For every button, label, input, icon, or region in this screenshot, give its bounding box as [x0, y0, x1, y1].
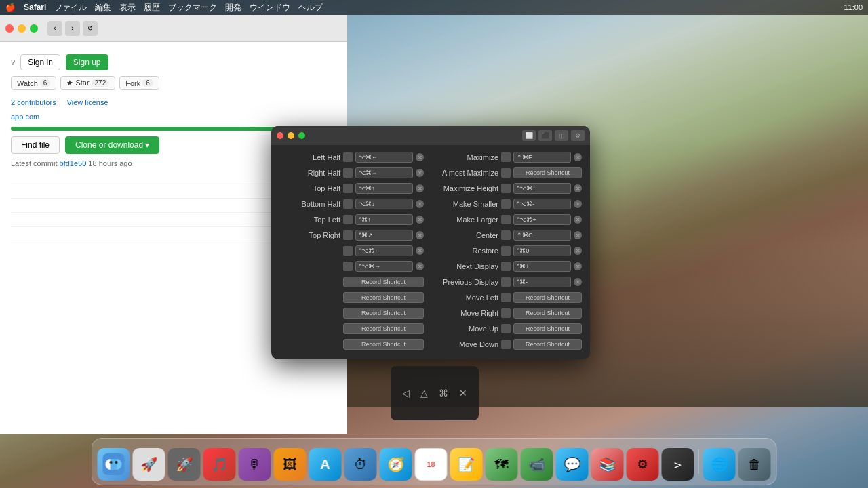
menu-window[interactable]: ウインドウ — [250, 2, 290, 14]
icon-move-right[interactable] — [501, 308, 511, 318]
icon-maximize[interactable] — [501, 152, 511, 162]
field-top-right[interactable]: ^⌘↗ — [355, 230, 413, 241]
record-button-3[interactable]: Record Shortcut — [343, 308, 424, 319]
x-center[interactable]: ✕ — [574, 231, 582, 239]
field-left-half[interactable]: ⌥⌘← — [355, 152, 413, 163]
icon-top-right[interactable] — [343, 230, 353, 240]
icon-max-height[interactable] — [501, 184, 511, 193]
watch-button[interactable]: Watch 6 — [11, 76, 56, 90]
icon-restore[interactable] — [501, 246, 511, 256]
record-move-left[interactable]: Record Shortcut — [513, 292, 582, 303]
icon-bottom-half[interactable] — [343, 199, 353, 209]
widget-x-icon[interactable]: ✕ — [459, 388, 467, 399]
dock-reminders[interactable]: ⚙ — [627, 448, 659, 481]
record-move-up[interactable]: Record Shortcut — [513, 323, 582, 334]
record-move-right[interactable]: Record Shortcut — [513, 308, 582, 319]
icon-top-half[interactable] — [343, 184, 353, 193]
x-max-height[interactable]: ✕ — [574, 184, 582, 192]
field-center[interactable]: ⌃⌘C — [513, 230, 571, 241]
sign-up-button[interactable]: Sign up — [66, 54, 108, 70]
record-move-down[interactable]: Record Shortcut — [513, 339, 582, 350]
x-row7[interactable]: ✕ — [416, 247, 424, 255]
x-previous-display[interactable]: ✕ — [574, 278, 582, 286]
contributors-link[interactable]: 2 contributors — [11, 98, 56, 106]
record-button-1[interactable]: Record Shortcut — [343, 277, 424, 287]
dock-facetime[interactable]: 📹 — [521, 448, 553, 481]
field-max-height[interactable]: ^⌥⌘↑ — [513, 183, 571, 194]
dock-notes[interactable]: 📝 — [450, 448, 483, 481]
x-top-half[interactable]: ✕ — [416, 184, 424, 192]
find-file-button[interactable]: Find file — [11, 136, 60, 154]
icon-move-up[interactable] — [501, 324, 511, 333]
moom-icon-1[interactable]: ⬜ — [522, 130, 536, 141]
menu-edit[interactable]: 編集 — [95, 2, 111, 14]
icon-next-display[interactable] — [501, 262, 511, 271]
x-left-half[interactable]: ✕ — [416, 153, 424, 161]
minimize-button[interactable] — [18, 24, 26, 33]
record-button-2[interactable]: Record Shortcut — [343, 292, 424, 303]
dock-podcasts[interactable]: 🎙 — [239, 448, 271, 481]
menu-help[interactable]: ヘルプ — [298, 2, 323, 14]
moom-close-button[interactable] — [277, 132, 283, 139]
record-almost-maximize[interactable]: Record Shortcut — [513, 167, 582, 178]
moom-fullscreen-button[interactable] — [298, 132, 305, 139]
icon-right-half[interactable] — [343, 168, 353, 178]
record-button-5[interactable]: Record Shortcut — [343, 339, 424, 350]
x-right-half[interactable]: ✕ — [416, 169, 424, 177]
x-next-display[interactable]: ✕ — [574, 262, 582, 270]
apple-menu[interactable]: 🍎 — [5, 3, 16, 12]
x-top-left[interactable]: ✕ — [416, 216, 424, 224]
icon-move-down[interactable] — [501, 340, 511, 349]
field-top-half[interactable]: ⌥⌘↑ — [355, 183, 413, 194]
icon-row8[interactable] — [343, 262, 353, 271]
field-top-left[interactable]: ^⌘↑ — [355, 214, 413, 225]
commit-hash[interactable]: bfd1e50 — [60, 159, 87, 167]
dock-rocket[interactable]: 🚀 — [168, 448, 201, 481]
x-row8[interactable]: ✕ — [416, 262, 424, 270]
dock-unknown[interactable]: 🗑 — [738, 448, 771, 481]
field-row7[interactable]: ^⌥⌘← — [355, 245, 413, 256]
x-bottom-half[interactable]: ✕ — [416, 200, 424, 208]
icon-row7[interactable] — [343, 246, 353, 256]
menu-file[interactable]: ファイル — [54, 2, 87, 14]
field-restore[interactable]: ^⌘0 — [513, 245, 571, 256]
clone-button[interactable]: Clone or download ▾ — [65, 136, 159, 154]
field-right-half[interactable]: ⌥⌘→ — [355, 167, 413, 178]
icon-top-left[interactable] — [343, 215, 353, 224]
dock-screentime[interactable]: ⏱ — [344, 448, 377, 481]
field-row8[interactable]: ^⌥⌘→ — [355, 261, 413, 272]
dock-maps[interactable]: 🗺 — [486, 448, 518, 481]
app-menu-safari[interactable]: Safari — [24, 3, 46, 12]
fullscreen-button[interactable] — [30, 24, 38, 33]
menu-develop[interactable]: 開発 — [225, 2, 241, 14]
star-button[interactable]: ★ Star 272 — [60, 76, 115, 90]
license-link[interactable]: View license — [67, 98, 108, 106]
icon-center[interactable] — [501, 230, 511, 240]
moom-icon-2[interactable]: ⬛ — [538, 130, 552, 141]
icon-move-left[interactable] — [501, 293, 511, 302]
dock-finder[interactable] — [98, 448, 130, 481]
back-button[interactable]: ‹ — [47, 21, 62, 36]
x-restore[interactable]: ✕ — [574, 247, 582, 255]
x-top-right[interactable]: ✕ — [416, 231, 424, 239]
dock-safari[interactable]: 🧭 — [380, 448, 412, 481]
dock-safari2[interactable]: 🌐 — [703, 448, 736, 481]
icon-left-half[interactable] — [343, 152, 353, 162]
icon-almost-maximize[interactable] — [501, 168, 511, 178]
app-link[interactable]: app.com — [11, 113, 39, 121]
x-make-smaller[interactable]: ✕ — [574, 200, 582, 208]
x-make-larger[interactable]: ✕ — [574, 216, 582, 224]
icon-make-smaller[interactable] — [501, 199, 511, 209]
field-next-display[interactable]: ^⌘+ — [513, 261, 571, 272]
record-button-4[interactable]: Record Shortcut — [343, 323, 424, 334]
menu-history[interactable]: 履歴 — [144, 2, 160, 14]
fork-button[interactable]: Fork 6 — [119, 76, 159, 90]
dock-appstore[interactable]: A — [309, 448, 342, 481]
x-maximize[interactable]: ✕ — [574, 153, 582, 161]
reload-button[interactable]: ↺ — [83, 21, 98, 36]
icon-previous-display[interactable] — [501, 277, 511, 287]
dock-books[interactable]: 📚 — [591, 448, 624, 481]
moom-minimize-button[interactable] — [288, 132, 294, 139]
widget-left-icon[interactable]: ◁ — [402, 388, 410, 399]
field-make-larger[interactable]: ^⌥⌘+ — [513, 214, 571, 225]
